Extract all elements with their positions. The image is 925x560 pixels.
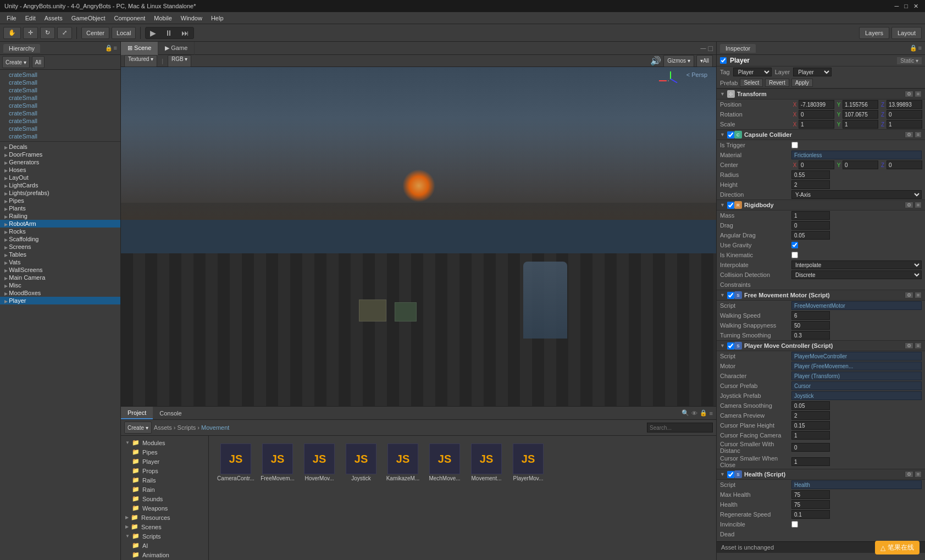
pmc-joystick-prefab-ref[interactable]: Joystick [791, 391, 922, 400]
proj-folder-pipes[interactable]: 📁Pipes [121, 447, 208, 457]
hierarchy-menu-icon[interactable]: ≡ [114, 45, 117, 52]
proj-folder-modules[interactable]: ▼📁Modules [121, 438, 208, 447]
h-item-decals[interactable]: Decals [0, 143, 120, 151]
h-item-misc[interactable]: Misc [0, 281, 120, 289]
proj-folder-weapons[interactable]: 📁Weapons [121, 503, 208, 513]
proj-folder-scenes[interactable]: ▶📁Scenes [121, 522, 208, 531]
asset-mechmove[interactable]: MechMove... [425, 443, 464, 481]
invincible-checkbox[interactable] [791, 521, 798, 528]
walking-speed-field[interactable] [791, 311, 830, 320]
free-motor-settings-btn[interactable]: ⚙ [905, 292, 913, 298]
capsule-menu-btn[interactable]: ≡ [915, 131, 922, 138]
proj-folder-sounds[interactable]: 📁Sounds [121, 494, 208, 503]
menu-file[interactable]: File [2, 14, 21, 23]
h-item-generators[interactable]: Generators [0, 158, 120, 166]
pmc-settings-btn[interactable]: ⚙ [905, 342, 913, 349]
pmc-cursor-close-field[interactable] [791, 457, 830, 466]
pause-button[interactable]: ⏸ [160, 27, 177, 38]
pivot-center-btn[interactable]: Center [81, 27, 109, 39]
pmc-cam-preview-field[interactable] [791, 411, 830, 420]
health-section-header[interactable]: ▼ S Health (Script) ⚙ ≡ [717, 469, 925, 480]
asset-kamikazem[interactable]: KamikazeM... [384, 443, 422, 481]
free-motor-active-checkbox[interactable] [727, 292, 734, 299]
use-gravity-checkbox[interactable] [791, 242, 798, 248]
transform-section-header[interactable]: ▼ ⊹ Transform ⚙ ≡ [717, 88, 925, 99]
scale-tool[interactable]: ⤢ [57, 27, 72, 39]
scene-minimize-icon[interactable]: ─ [701, 44, 706, 53]
h-item-moodboxes[interactable]: MoodBoxes [0, 289, 120, 297]
asset-cameracon[interactable]: CameraContr... [217, 443, 255, 481]
inspector-menu-icon[interactable]: ≡ [918, 45, 922, 52]
health-menu-btn[interactable]: ≡ [915, 471, 922, 478]
tag-dropdown[interactable]: Player [733, 68, 772, 76]
rigidbody-menu-btn[interactable]: ≡ [915, 202, 922, 208]
pmc-menu-btn[interactable]: ≡ [915, 342, 922, 349]
h-item-crateSmall-6[interactable]: crateSmall [0, 109, 120, 117]
move-tool[interactable]: ✛ [23, 27, 38, 39]
material-ref[interactable]: Frictionless [791, 151, 922, 159]
layer-dropdown[interactable]: Player [793, 68, 832, 76]
turning-smooth-field[interactable] [791, 331, 830, 340]
close-btn[interactable]: ✕ [913, 3, 918, 10]
h-item-crateSmall-8[interactable]: crateSmall [0, 125, 120, 132]
health-val-field[interactable] [791, 500, 830, 509]
h-item-plants[interactable]: Plants [0, 204, 120, 212]
menu-edit[interactable]: Edit [21, 14, 40, 23]
proj-lock-icon[interactable]: 🔒 [700, 409, 707, 417]
rgb-dropdown[interactable]: RGB ▾ [168, 55, 191, 67]
pmc-cam-smooth-field[interactable] [791, 401, 830, 410]
proj-eye-icon[interactable]: 👁 [691, 410, 697, 417]
h-item-crateSmall-5[interactable]: crateSmall [0, 102, 120, 109]
h-item-wallscreens[interactable]: WallScreens [0, 266, 120, 274]
menu-mobile[interactable]: Mobile [149, 14, 176, 23]
free-motor-menu-btn[interactable]: ≡ [915, 292, 922, 298]
prefab-revert-btn[interactable]: Revert [765, 79, 789, 87]
h-item-rocks[interactable]: Rocks [0, 228, 120, 235]
motor-script-ref[interactable]: FreeMovementMotor [791, 301, 922, 310]
pmc-cursor-facing-field[interactable] [791, 431, 830, 440]
proj-folder-animation[interactable]: 📁Animation [121, 550, 208, 559]
proj-folder-player[interactable]: 📁Player [121, 457, 208, 466]
pmc-cursor-prefab-ref[interactable]: Cursor [791, 381, 922, 390]
walking-snap-field[interactable] [791, 321, 830, 330]
pmc-motor-ref[interactable]: Player (FreeMovemen... [791, 362, 922, 370]
pmc-cursor-dist-field[interactable] [791, 443, 830, 452]
h-item-crateSmall-7[interactable]: crateSmall [0, 117, 120, 125]
hierarchy-create-btn[interactable]: Create ▾ [2, 56, 30, 68]
radius-field[interactable] [791, 170, 830, 179]
regen-speed-field[interactable] [791, 510, 830, 519]
pmc-script-ref[interactable]: PlayerMoveController [791, 352, 922, 361]
project-tab[interactable]: Project [121, 407, 153, 419]
maximize-btn[interactable]: □ [904, 3, 908, 10]
is-kinematic-checkbox[interactable] [791, 252, 798, 258]
scale-x-field[interactable] [799, 120, 834, 129]
interpolate-dropdown[interactable]: Interpolate [791, 260, 922, 269]
scale-z-field[interactable] [887, 120, 922, 129]
h-item-layout[interactable]: LayOut [0, 174, 120, 181]
rot-x-field[interactable] [799, 110, 834, 119]
center-x-field[interactable] [799, 160, 834, 169]
menu-gameobject[interactable]: GameObject [67, 14, 110, 23]
pos-z-field[interactable] [887, 100, 922, 109]
audio-icon[interactable]: 🔊 [650, 56, 661, 66]
prefab-select-btn[interactable]: Select [740, 79, 763, 87]
rigidbody-active-checkbox[interactable] [727, 202, 734, 209]
proj-folder-rain[interactable]: 📁Rain [121, 485, 208, 494]
rot-z-field[interactable] [887, 110, 922, 119]
pos-y-field[interactable] [843, 100, 878, 109]
center-z-field[interactable] [887, 160, 922, 169]
scene-tab[interactable]: ⊞ Scene [121, 42, 158, 55]
h-item-screens[interactable]: Screens [0, 243, 120, 251]
h-item-crateSmall-4[interactable]: crateSmall [0, 94, 120, 102]
scene-viewport[interactable]: < Persp [121, 67, 716, 406]
mass-field[interactable] [791, 211, 830, 220]
free-motor-section-header[interactable]: ▼ S Free Movement Motor (Script) ⚙ ≡ [717, 290, 925, 301]
health-active-checkbox[interactable] [727, 471, 734, 478]
asset-joystick[interactable]: Joystick [342, 443, 380, 481]
is-trigger-checkbox[interactable] [791, 142, 798, 148]
h-item-maincamera[interactable]: Main Camera [0, 274, 120, 281]
proj-create-btn[interactable]: Create ▾ [124, 422, 152, 434]
center-y-field[interactable] [843, 160, 878, 169]
object-active-checkbox[interactable] [720, 57, 727, 64]
pmc-char-ref[interactable]: Player (Transform) [791, 372, 922, 380]
